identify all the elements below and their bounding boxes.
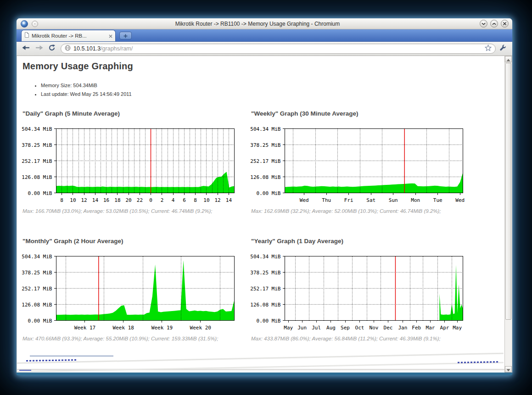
svg-text:4: 4 — [172, 197, 175, 203]
svg-text:0.00 MiB: 0.00 MiB — [257, 318, 281, 324]
reload-icon — [48, 44, 56, 53]
svg-text:0.00 MiB: 0.00 MiB — [257, 190, 281, 196]
svg-text:Mon: Mon — [411, 197, 420, 203]
weekly-graph-plot: 504.34 MiB378.25 MiB252.17 MiB126.08 MiB… — [247, 123, 476, 209]
monthly-graph-stats: Max: 470.66MiB (93.3%); Average: 55.20Mi… — [22, 336, 218, 341]
render-artifact — [30, 356, 113, 356]
arrow-right-icon — [35, 45, 43, 53]
vertical-scrollbar[interactable] — [504, 56, 512, 373]
yearly-graph-plot: 504.34 MiB378.25 MiB252.17 MiB126.08 MiB… — [247, 250, 476, 337]
memory-size-item: Memory Size: 504.34MiB — [41, 81, 132, 90]
svg-text:20: 20 — [125, 197, 131, 203]
svg-text:Wed: Wed — [300, 197, 309, 203]
svg-text:Wed: Wed — [455, 197, 465, 203]
url-host: 10.5.101.3 — [73, 45, 101, 52]
svg-text:504.34 MiB: 504.34 MiB — [22, 126, 52, 132]
desktop: Mikrotik Router -> RB1100 -> Memory Usag… — [0, 0, 532, 395]
svg-text:18: 18 — [114, 197, 120, 203]
svg-text:Jan: Jan — [398, 325, 407, 331]
weekly-graph-title: "Weekly" Graph (30 Minute Average) — [251, 110, 358, 117]
svg-text:Tue: Tue — [433, 197, 442, 203]
daily-graph-stats: Max: 166.70MiB (33.0%); Average: 53.02Mi… — [22, 208, 213, 214]
chevron-up-icon — [492, 22, 497, 26]
svg-text:Week 20: Week 20 — [190, 325, 211, 331]
svg-text:Week 17: Week 17 — [74, 325, 95, 331]
svg-text:504.34 MiB: 504.34 MiB — [250, 126, 281, 132]
svg-text:126.08 MiB: 126.08 MiB — [22, 302, 52, 308]
url-path: /graphs/ram/ — [101, 45, 133, 52]
svg-text:0: 0 — [149, 197, 152, 203]
svg-text:14: 14 — [92, 197, 99, 203]
arrow-up-icon — [506, 55, 510, 63]
plus-icon — [123, 32, 128, 40]
svg-text:Week 19: Week 19 — [151, 325, 173, 331]
monthly-graph-plot: 504.34 MiB378.25 MiB252.17 MiB126.08 MiB… — [18, 250, 248, 337]
reload-button[interactable] — [46, 43, 58, 54]
url-text[interactable]: 10.5.101.3/graphs/ram/ — [73, 45, 485, 52]
globe-icon — [65, 45, 71, 53]
svg-text:10: 10 — [70, 197, 76, 203]
svg-text:252.17 MiB: 252.17 MiB — [250, 286, 281, 292]
svg-text:May: May — [284, 325, 293, 331]
bookmark-star-icon[interactable] — [485, 45, 492, 53]
svg-text:10: 10 — [203, 197, 209, 203]
maximize-button[interactable] — [490, 20, 498, 28]
navigation-toolbar: 10.5.101.3/graphs/ram/ — [17, 42, 512, 56]
page-title: Memory Usage Graphing — [22, 61, 133, 72]
svg-text:6: 6 — [183, 197, 186, 203]
yearly-graph-section: "Yearly" Graph (1 Day Average) 504.34 Mi… — [251, 238, 483, 355]
svg-text:Week 18: Week 18 — [113, 325, 134, 331]
arrow-down-icon — [506, 365, 510, 373]
new-tab-button[interactable] — [119, 32, 132, 39]
wrench-menu-button[interactable] — [497, 43, 509, 54]
arrow-left-icon — [22, 45, 30, 53]
svg-text:8: 8 — [194, 197, 197, 203]
window-title: Mikrotik Router -> RB1100 -> Memory Usag… — [44, 18, 471, 29]
svg-text:2: 2 — [161, 197, 164, 203]
svg-text:378.25 MiB: 378.25 MiB — [250, 142, 281, 148]
window-menu-button[interactable] — [32, 21, 38, 27]
svg-text:0.00 MiB: 0.00 MiB — [28, 190, 52, 196]
monthly-graph-section: "Monthly" Graph (2 Hour Average) 504.34 … — [22, 238, 254, 355]
svg-text:252.17 MiB: 252.17 MiB — [22, 286, 52, 292]
info-list: Memory Size: 504.34MiB Last update: Wed … — [41, 81, 132, 99]
last-update-item: Last update: Wed May 25 14:56:49 2011 — [41, 90, 132, 99]
svg-text:252.17 MiB: 252.17 MiB — [22, 158, 52, 164]
page-icon — [24, 32, 29, 40]
svg-text:Fri: Fri — [344, 197, 353, 203]
back-button[interactable] — [20, 43, 32, 54]
tab-mikrotik[interactable]: Mikrotik Router -> RB... — [21, 30, 116, 41]
svg-text:504.34 MiB: 504.34 MiB — [250, 254, 281, 260]
page-content: Memory Usage Graphing Memory Size: 504.3… — [17, 56, 512, 373]
scroll-up-button[interactable] — [505, 56, 512, 62]
wrench-icon — [499, 44, 507, 54]
svg-text:Oct: Oct — [355, 325, 364, 331]
browser-window: Mikrotik Router -> RB1100 -> Memory Usag… — [17, 18, 512, 375]
close-button[interactable] — [501, 20, 509, 28]
scroll-down-button[interactable] — [505, 366, 512, 373]
svg-text:378.25 MiB: 378.25 MiB — [22, 270, 52, 276]
daily-graph-plot: 504.34 MiB378.25 MiB252.17 MiB126.08 MiB… — [18, 123, 248, 209]
tab-title: Mikrotik Router -> RB... — [32, 33, 106, 39]
daily-graph-section: "Daily" Graph (5 Minute Average) 504.34 … — [22, 110, 254, 227]
title-bar[interactable]: Mikrotik Router -> RB1100 -> Memory Usag… — [17, 18, 512, 29]
svg-text:Apr: Apr — [440, 325, 449, 331]
svg-text:126.08 MiB: 126.08 MiB — [250, 174, 281, 180]
svg-text:12: 12 — [81, 197, 87, 203]
svg-text:Sat: Sat — [366, 197, 375, 203]
svg-text:Mar: Mar — [426, 325, 435, 331]
svg-text:126.08 MiB: 126.08 MiB — [22, 174, 52, 180]
render-artifact — [17, 362, 504, 373]
tab-close-icon[interactable] — [109, 32, 112, 40]
svg-text:12: 12 — [214, 197, 220, 203]
forward-button[interactable] — [33, 43, 45, 54]
yearly-graph-title: "Yearly" Graph (1 Day Average) — [251, 238, 343, 245]
minimize-button[interactable] — [480, 20, 487, 28]
render-artifact — [19, 370, 31, 371]
scrollbar-thumb[interactable] — [505, 63, 511, 320]
svg-text:22: 22 — [137, 197, 143, 203]
svg-text:May: May — [453, 325, 462, 331]
url-bar[interactable]: 10.5.101.3/graphs/ram/ — [61, 44, 496, 54]
yearly-graph-stats: Max: 433.87MiB (86.0%); Average: 56.84Mi… — [251, 336, 441, 341]
chromium-logo-icon — [21, 20, 28, 28]
